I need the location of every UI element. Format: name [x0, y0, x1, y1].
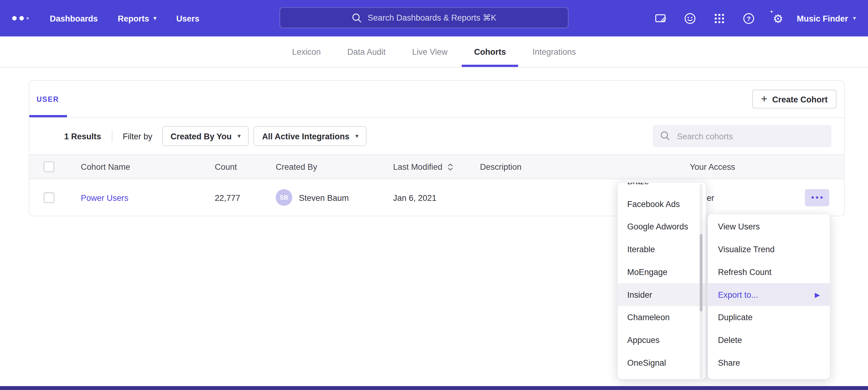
chevron-down-icon: ▾ — [853, 15, 856, 21]
chevron-down-icon: ▾ — [154, 15, 156, 21]
app-logo — [12, 16, 29, 20]
scrollbar-track[interactable] — [700, 184, 703, 378]
sort-icon — [447, 163, 454, 171]
filter-integrations-dropdown[interactable]: All Active Integrations ▾ — [254, 126, 367, 146]
top-navigation-bar: Dashboards Reports ▾ Users Search Dashbo… — [0, 0, 868, 37]
global-search-placeholder: Search Dashboards & Reports ⌘K — [368, 12, 496, 23]
select-all-checkbox[interactable] — [44, 161, 54, 172]
tab-lexicon[interactable]: Lexicon — [280, 37, 333, 67]
table-header: Cohort Name Count Created By Last Modifi… — [29, 154, 844, 179]
menu-item-share[interactable]: Share — [708, 351, 830, 374]
topbar-actions: ? ✦ ⚙ — [654, 12, 784, 25]
filter-toolbar: 1 Results Filter by Created By You ▾ All… — [29, 118, 844, 154]
menu-item-iterable[interactable]: Iterable — [618, 238, 706, 261]
search-icon — [660, 130, 671, 141]
search-icon — [351, 12, 362, 23]
avatar: SB — [276, 189, 292, 206]
tab-integrations[interactable]: Integrations — [521, 37, 588, 67]
tab-user-cohorts[interactable]: USER — [29, 81, 66, 118]
tab-cohorts[interactable]: Cohorts — [462, 37, 518, 67]
menu-item-braze[interactable]: Braze — [618, 182, 706, 193]
help-icon[interactable]: ? — [742, 12, 755, 25]
last-modified-date: Jan 6, 2021 — [393, 193, 480, 202]
nav-dashboards[interactable]: Dashboards — [50, 13, 98, 23]
menu-item-appcues[interactable]: Appcues — [618, 328, 706, 351]
menu-item-duplicate[interactable]: Duplicate — [708, 306, 830, 329]
menu-item-moengage[interactable]: MoEngage — [618, 261, 706, 283]
cohort-name-link[interactable]: Power Users — [81, 193, 128, 202]
menu-item-chameleon[interactable]: Chameleon — [618, 306, 706, 329]
nav-reports-label: Reports — [118, 13, 149, 23]
apps-grid-icon[interactable] — [713, 12, 726, 25]
submenu-arrow-icon: ▶ — [815, 291, 820, 298]
feedback-icon[interactable] — [683, 12, 696, 25]
menu-item-insider[interactable]: Insider — [618, 283, 706, 306]
col-count: Count — [215, 162, 276, 172]
row-context-menu: View Users Visualize Trend Refresh Count… — [707, 214, 830, 380]
svg-text:?: ? — [747, 15, 751, 22]
cohort-search — [653, 125, 831, 147]
cohort-type-header: USER + Create Cohort — [29, 81, 844, 118]
created-by-name: Steven Baum — [299, 193, 349, 202]
app-window: Dashboards Reports ▾ Users Search Dashbo… — [0, 0, 868, 390]
menu-item-facebook-ads[interactable]: Facebook Ads — [618, 193, 706, 215]
col-cohort-name: Cohort Name — [81, 162, 215, 172]
menu-item-view-users[interactable]: View Users — [708, 215, 830, 238]
menu-item-onesignal[interactable]: OneSignal — [618, 351, 706, 374]
account-switcher[interactable]: Music Finder ▾ — [797, 13, 856, 23]
filter-by-label: Filter by — [123, 131, 152, 141]
results-count: 1 Results — [64, 131, 101, 141]
row-actions-button[interactable] — [805, 189, 829, 206]
filter-created-by-dropdown[interactable]: Created By You ▾ — [162, 126, 249, 146]
row-checkbox[interactable] — [44, 192, 54, 203]
cohorts-card: USER + Create Cohort 1 Results Filter by… — [29, 80, 845, 216]
cohort-search-input[interactable] — [653, 125, 831, 147]
menu-item-refresh-count[interactable]: Refresh Count — [708, 261, 830, 283]
table-row: Power Users 22,777 SB Steven Baum Jan 6,… — [29, 179, 844, 216]
col-description: Description — [480, 162, 690, 172]
divider — [112, 130, 112, 142]
cohort-count: 22,777 — [215, 193, 276, 202]
bottom-strip — [0, 386, 868, 390]
data-management-icon[interactable] — [654, 12, 667, 25]
menu-item-delete[interactable]: Delete — [708, 328, 830, 351]
plus-icon: + — [761, 93, 767, 104]
menu-item-visualize-trend[interactable]: Visualize Trend — [708, 238, 830, 261]
sparkle-icon: ✦ — [770, 9, 774, 14]
col-your-access: Your Access — [690, 162, 777, 172]
account-name: Music Finder — [797, 13, 848, 23]
nav-users[interactable]: Users — [176, 13, 199, 23]
chevron-down-icon: ▾ — [355, 133, 358, 139]
primary-nav: Dashboards Reports ▾ Users — [50, 13, 199, 23]
menu-item-export-to[interactable]: Export to... ▶ — [708, 283, 830, 306]
global-search-input[interactable]: Search Dashboards & Reports ⌘K — [279, 7, 568, 28]
nav-dashboards-label: Dashboards — [50, 13, 98, 23]
create-cohort-button[interactable]: + Create Cohort — [752, 90, 837, 108]
chevron-down-icon: ▾ — [238, 133, 240, 139]
menu-item-google-adwords[interactable]: Google Adwords — [618, 215, 706, 238]
settings-gear-icon[interactable]: ✦ ⚙ — [771, 12, 784, 25]
col-last-modified[interactable]: Last Modified — [393, 162, 480, 172]
tab-data-audit[interactable]: Data Audit — [335, 37, 398, 67]
scrollbar-thumb[interactable] — [700, 234, 703, 312]
nav-users-label: Users — [176, 13, 199, 23]
col-created-by: Created By — [276, 162, 393, 172]
export-integrations-menu: Braze Facebook Ads Google Adwords Iterab… — [617, 182, 706, 380]
tab-live-view[interactable]: Live View — [400, 37, 460, 67]
nav-reports[interactable]: Reports ▾ — [118, 13, 156, 23]
section-tabs-bar: Lexicon Data Audit Live View Cohorts Int… — [0, 37, 868, 68]
